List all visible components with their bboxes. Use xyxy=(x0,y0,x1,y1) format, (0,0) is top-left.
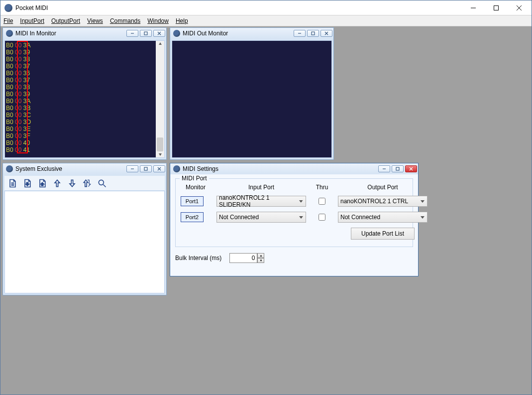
midi-row: B0 00 40 xyxy=(6,139,164,146)
menu-inputport[interactable]: InputPort xyxy=(20,17,44,24)
midi-out-minimize[interactable] xyxy=(294,30,306,37)
midi-in-maximize[interactable] xyxy=(140,30,152,37)
save-file-icon[interactable] xyxy=(35,177,49,190)
svg-rect-5 xyxy=(144,32,147,35)
svg-marker-28 xyxy=(421,200,425,203)
midi-row: B0 00 39 xyxy=(6,49,164,56)
port1-output-combo[interactable]: nanoKONTROL2 1 CTRL xyxy=(338,196,427,207)
open-file-icon[interactable] xyxy=(20,177,34,190)
midi-out-icon xyxy=(173,30,180,37)
minimize-button[interactable] xyxy=(462,1,485,15)
midi-in-minimize[interactable] xyxy=(126,30,138,37)
midi-out-console[interactable] xyxy=(172,41,331,157)
sysex-titlebar[interactable]: System Exclusive xyxy=(3,163,166,174)
midi-row: B0 00 37 xyxy=(6,77,164,84)
settings-titlebar[interactable]: MIDI Settings xyxy=(170,163,418,174)
new-file-icon[interactable] xyxy=(5,177,19,190)
settings-maximize[interactable] xyxy=(392,165,404,172)
chevron-down-icon xyxy=(299,199,304,204)
midi-row: B0 00 41 xyxy=(6,146,164,153)
settings-window: MIDI Settings MIDI Port Monitor Input Po… xyxy=(170,163,419,276)
chevron-down-icon xyxy=(420,199,425,204)
port2-label: Port2 xyxy=(181,212,204,222)
hdr-input: Input Port xyxy=(216,184,306,191)
chevron-down-icon xyxy=(420,215,425,220)
update-port-list-button[interactable]: Update Port List xyxy=(351,228,415,240)
midi-row: B0 00 3C xyxy=(6,112,164,119)
menu-file[interactable]: File xyxy=(3,17,13,24)
menu-commands[interactable]: Commands xyxy=(110,17,140,24)
menu-window[interactable]: Window xyxy=(147,17,169,24)
port1-label: Port1 xyxy=(181,196,204,206)
midi-in-titlebar[interactable]: MIDI In Monitor xyxy=(3,28,166,39)
group-legend: MIDI Port xyxy=(180,175,209,182)
settings-icon xyxy=(173,165,180,172)
midi-row: B0 00 3F xyxy=(6,132,164,139)
sysex-icon xyxy=(6,165,13,172)
main-window: Pocket MIDI File InputPort OutputPort Vi… xyxy=(0,0,532,395)
sysex-close[interactable] xyxy=(153,165,165,172)
svg-rect-15 xyxy=(144,167,147,170)
menu-views[interactable]: Views xyxy=(87,17,103,24)
port2-output-combo[interactable]: Not Connected xyxy=(338,212,427,223)
midi-port-group: MIDI Port Monitor Input Port Thru Output… xyxy=(175,178,413,247)
bulk-interval-field[interactable] xyxy=(229,253,257,263)
midi-in-window: MIDI In Monitor B0 00 3AB0 00 39B0 00 38… xyxy=(2,27,167,160)
svg-point-21 xyxy=(99,180,104,185)
titlebar: Pocket MIDI xyxy=(0,0,532,15)
sysex-textarea[interactable] xyxy=(4,191,165,293)
svg-marker-29 xyxy=(299,216,303,219)
midi-out-titlebar[interactable]: MIDI Out Monitor xyxy=(170,28,333,39)
port1-input-combo[interactable]: nanoKONTROL2 1 SLIDER/KN xyxy=(216,196,306,207)
settings-minimize[interactable] xyxy=(378,165,390,172)
midi-row: B0 00 3E xyxy=(6,126,164,132)
midi-row: B0 00 3D xyxy=(6,119,164,126)
scroll-thumb[interactable] xyxy=(157,137,163,151)
svg-rect-11 xyxy=(312,32,315,35)
svg-marker-30 xyxy=(421,216,425,219)
close-button[interactable] xyxy=(508,1,531,15)
send-receive-icon[interactable] xyxy=(80,177,94,190)
port2-input-combo[interactable]: Not Connected xyxy=(216,212,306,223)
svg-line-22 xyxy=(104,184,106,187)
scroll-up[interactable] xyxy=(156,41,164,47)
app-title: Pocket MIDI xyxy=(15,4,462,11)
hdr-monitor: Monitor xyxy=(181,184,211,191)
maximize-button[interactable] xyxy=(485,1,508,15)
menubar: File InputPort OutputPort Views Commands… xyxy=(0,15,532,26)
sysex-toolbar xyxy=(4,176,165,191)
midi-row: B0 00 3B xyxy=(6,105,164,112)
midi-out-title: MIDI Out Monitor xyxy=(183,30,294,37)
chevron-down-icon xyxy=(299,215,304,220)
settings-title: MIDI Settings xyxy=(183,165,378,172)
bulk-spinner-up[interactable]: ▲ xyxy=(257,253,264,258)
midi-row: B0 00 38 xyxy=(6,84,164,91)
svg-marker-27 xyxy=(299,200,303,203)
arrow-down-icon[interactable] xyxy=(65,177,79,190)
midi-out-close[interactable] xyxy=(320,30,332,37)
search-icon[interactable] xyxy=(95,177,109,190)
app-icon xyxy=(4,4,12,12)
bulk-spinner-down[interactable]: ▼ xyxy=(257,258,264,263)
midi-out-maximize[interactable] xyxy=(307,30,319,37)
midi-row: B0 00 38 xyxy=(6,56,164,63)
menu-outputport[interactable]: OutputPort xyxy=(51,17,80,24)
sysex-maximize[interactable] xyxy=(140,165,152,172)
midi-out-window: MIDI Out Monitor xyxy=(170,27,334,160)
port1-thru-checkbox[interactable] xyxy=(319,198,325,205)
settings-close[interactable] xyxy=(405,165,417,172)
scroll-down[interactable] xyxy=(156,151,164,157)
midi-in-close[interactable] xyxy=(153,30,165,37)
midi-row: B0 00 3A xyxy=(6,42,164,49)
midi-row: B0 00 37 xyxy=(6,63,164,70)
sysex-window: System Exclusive xyxy=(2,163,167,295)
sysex-minimize[interactable] xyxy=(126,165,138,172)
arrow-up-icon[interactable] xyxy=(50,177,64,190)
port2-thru-checkbox[interactable] xyxy=(319,214,325,221)
midi-in-console[interactable]: B0 00 3AB0 00 39B0 00 38B0 00 37B0 00 36… xyxy=(5,41,164,157)
hdr-thru: Thru xyxy=(312,184,332,191)
menu-help[interactable]: Help xyxy=(176,17,188,24)
midi-in-icon xyxy=(6,30,13,37)
scrollbar[interactable] xyxy=(156,41,164,157)
svg-rect-1 xyxy=(494,5,499,10)
